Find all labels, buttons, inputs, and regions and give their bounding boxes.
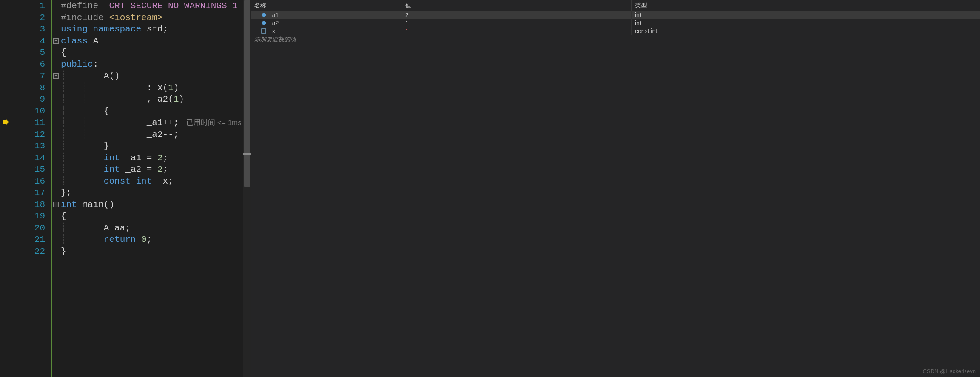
watch-row[interactable]: _a12int: [251, 11, 980, 19]
line-number: 3: [13, 23, 45, 35]
code-editor[interactable]: #define _CRT_SECURE_NO_WARNINGS 1#includ…: [61, 0, 243, 377]
line-number: 22: [13, 246, 45, 258]
line-numbers: 12345678910111213141516171819202122: [13, 0, 51, 377]
code-line[interactable]: ┊ ┊ _a1++;已用时间 <= 1ms: [61, 117, 243, 129]
code-line[interactable]: ┊ }: [61, 140, 243, 152]
code-line[interactable]: }: [61, 246, 243, 258]
watch-add-placeholder[interactable]: 添加要监视的项: [251, 35, 980, 43]
code-line[interactable]: ┊ ┊ :_x(1): [61, 82, 243, 94]
watch-type-cell: int: [632, 11, 980, 19]
code-line[interactable]: {: [61, 210, 243, 222]
code-line[interactable]: ┊ const int _x;: [61, 176, 243, 187]
editor-pane: 12345678910111213141516171819202122 −−− …: [0, 0, 251, 377]
code-line[interactable]: ┊ int _a2 = 2;: [61, 164, 243, 176]
perf-hint: 已用时间 <= 1ms: [186, 117, 241, 129]
fold-toggle-icon[interactable]: −: [53, 38, 59, 44]
field-icon: [261, 20, 266, 26]
line-number: 4: [13, 35, 45, 47]
fold-guide: [56, 210, 56, 257]
code-line[interactable]: public:: [61, 59, 243, 71]
watch-value-cell[interactable]: 1: [402, 19, 632, 27]
watch-var-name: _a1: [269, 11, 279, 18]
watch-value-cell[interactable]: 1: [402, 27, 632, 35]
watch-header: 名称 值 类型: [251, 0, 980, 11]
line-number: 19: [13, 210, 45, 222]
line-number: 6: [13, 59, 45, 71]
line-number: 14: [13, 152, 45, 164]
code-line[interactable]: ┊ A(): [61, 70, 243, 82]
svg-marker-1: [262, 21, 266, 25]
vertical-scrollbar[interactable]: [243, 0, 251, 377]
line-number: 18: [13, 199, 45, 211]
line-number: 1: [13, 0, 45, 12]
code-line[interactable]: ┊ {: [61, 105, 243, 117]
line-number: 5: [13, 47, 45, 59]
code-line[interactable]: #include <iostream>: [61, 12, 243, 24]
watch-row[interactable]: _a21int: [251, 19, 980, 27]
svg-marker-0: [262, 13, 266, 17]
code-line[interactable]: int main(): [61, 199, 243, 211]
line-number: 16: [13, 176, 45, 187]
code-line[interactable]: {: [61, 47, 243, 59]
code-line[interactable]: ┊ ┊ ,_a2(1): [61, 94, 243, 105]
watch-name-cell[interactable]: _a2: [251, 19, 402, 27]
scroll-marker: [243, 153, 251, 155]
field-icon: [261, 12, 266, 17]
line-number: 10: [13, 105, 45, 117]
watch-col-name[interactable]: 名称: [251, 0, 402, 11]
code-line[interactable]: using namespace std;: [61, 23, 243, 35]
fold-guide: [56, 82, 56, 152]
code-line[interactable]: ┊ return 0;: [61, 234, 243, 246]
execution-pointer-icon: [2, 118, 9, 126]
code-line[interactable]: ┊ ┊ _a2--;: [61, 129, 243, 141]
line-number: 21: [13, 234, 45, 246]
line-number: 7: [13, 70, 45, 82]
watch-rows: _a12int_a21int_x1const int添加要监视的项: [251, 11, 980, 377]
line-number: 17: [13, 187, 45, 199]
fold-gutter[interactable]: −−−: [52, 0, 61, 377]
watch-var-name: _x: [269, 28, 275, 34]
watermark: CSDN @HackerKevn: [923, 368, 976, 374]
line-number: 20: [13, 222, 45, 234]
scroll-thumb[interactable]: [244, 0, 250, 187]
svg-rect-2: [262, 29, 266, 33]
fold-toggle-icon[interactable]: −: [53, 202, 59, 207]
code-line[interactable]: ┊ int _a1 = 2;: [61, 152, 243, 164]
line-number: 2: [13, 12, 45, 24]
watch-value-cell[interactable]: 2: [402, 11, 632, 19]
watch-pane: 名称 值 类型 _a12int_a21int_x1const int添加要监视的…: [251, 0, 980, 377]
line-number: 12: [13, 129, 45, 141]
watch-col-type[interactable]: 类型: [632, 0, 980, 11]
watch-row[interactable]: _x1const int: [251, 27, 980, 35]
code-line[interactable]: #define _CRT_SECURE_NO_WARNINGS 1: [61, 0, 243, 12]
line-number: 15: [13, 164, 45, 176]
constant-icon: [261, 28, 266, 34]
code-line[interactable]: };: [61, 187, 243, 199]
line-number: 9: [13, 94, 45, 105]
breakpoint-gutter[interactable]: [0, 0, 13, 377]
watch-col-value[interactable]: 值: [402, 0, 632, 11]
code-line[interactable]: ┊ A aa;: [61, 222, 243, 234]
line-number: 8: [13, 82, 45, 94]
app-root: 12345678910111213141516171819202122 −−− …: [0, 0, 980, 377]
watch-var-name: _a2: [269, 20, 279, 26]
line-number: 13: [13, 140, 45, 152]
watch-type-cell: int: [632, 19, 980, 27]
watch-name-cell[interactable]: _x: [251, 27, 402, 35]
watch-name-cell[interactable]: _a1: [251, 11, 402, 19]
watch-type-cell: const int: [632, 27, 980, 35]
code-line[interactable]: class A: [61, 35, 243, 47]
line-number: 11: [13, 117, 45, 129]
